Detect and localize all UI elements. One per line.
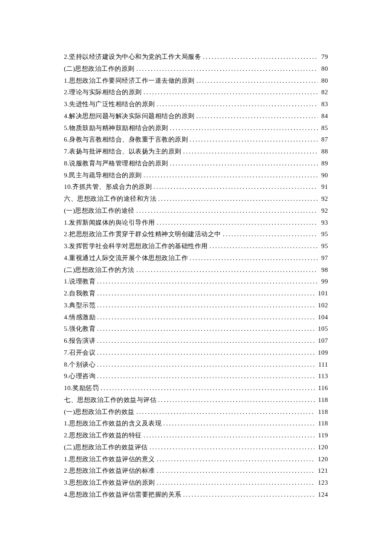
- toc-page: 123: [316, 477, 328, 489]
- toc-entry: 1.思想政治工作要同经济工作一道去做的原则...................…: [64, 75, 328, 87]
- toc-label: (二)思想政治工作的方法: [64, 264, 135, 276]
- toc-entry: 3.先进性与广泛性相结合的原则.........................…: [64, 98, 328, 110]
- toc-label: 8.说服教育与严格管理相结合的原则: [64, 158, 168, 170]
- toc-entry: (一)思想政治工作的效益............................…: [64, 406, 328, 418]
- toc-label: 5.强化教育: [64, 323, 95, 335]
- toc-page: 90: [320, 170, 328, 182]
- toc-entry: 9.民主与疏导相结合的原则...........................…: [64, 170, 328, 182]
- toc-label: 4.解决思想问题与解决实际问题相结合的原则: [64, 110, 195, 122]
- toc-dots: ........................................…: [190, 134, 318, 146]
- toc-label: 6.报告演讲: [64, 335, 95, 347]
- toc-page: 118: [317, 394, 328, 406]
- toc-page: 104: [316, 312, 328, 324]
- toc-entry: 5.强化教育..................................…: [64, 323, 328, 335]
- toc-page: 82: [320, 87, 328, 98]
- toc-dots: ........................................…: [97, 370, 314, 382]
- toc-entry: 8.个别谈心..................................…: [64, 359, 328, 371]
- toc-page: 118: [317, 406, 328, 418]
- toc-page: 92: [320, 193, 328, 205]
- toc-entry: 1.说理教育..................................…: [64, 276, 328, 288]
- toc-dots: ........................................…: [97, 335, 314, 347]
- toc-label: 5.物质鼓励与精神鼓励相结合的原则: [64, 122, 168, 134]
- toc-label: 9.民主与疏导相结合的原则: [64, 170, 142, 182]
- toc-entry: 4.情感激励..................................…: [64, 312, 328, 324]
- toc-label: 10.奖励惩罚: [64, 382, 99, 394]
- toc-page: 101: [316, 288, 328, 300]
- toc-label: 2.自我教育: [64, 288, 95, 300]
- toc-dots: ........................................…: [97, 276, 318, 288]
- toc-page: 87: [320, 134, 328, 146]
- toc-page: 93: [320, 217, 328, 229]
- toc-entry: 2.把思想政治工作贯穿于群众性精神文明创建活动之中...............…: [64, 228, 328, 240]
- toc-page: 99: [320, 276, 328, 288]
- toc-entry: 7.召开会议..................................…: [64, 347, 328, 359]
- toc-dots: ........................................…: [144, 430, 315, 442]
- toc-dots: ........................................…: [136, 264, 318, 276]
- toc-dots: ........................................…: [144, 87, 318, 98]
- toc-label: 3.思想政治工作效益评估的原则: [64, 477, 155, 489]
- toc-page: 109: [316, 347, 328, 359]
- toc-dots: ........................................…: [210, 240, 318, 252]
- toc-page: 105: [316, 323, 328, 335]
- toc-entry: 3.典型示范..................................…: [64, 300, 328, 312]
- toc-page: 88: [320, 146, 328, 158]
- toc-entry: (二)思想政治工作的方法............................…: [64, 264, 328, 276]
- toc-page: 102: [316, 300, 328, 312]
- toc-dots: ........................................…: [97, 323, 314, 335]
- toc-entry: 7.表扬与批评相结合、以表扬为主的原则.....................…: [64, 146, 328, 158]
- toc-label: 10.齐抓共管、形成合力的原则: [64, 181, 152, 193]
- toc-label: 2.理论与实际相结合的原则: [64, 87, 142, 98]
- toc-entry: 2.自我教育..................................…: [64, 288, 328, 300]
- toc-page: 95: [320, 228, 328, 240]
- toc-dots: ........................................…: [183, 146, 318, 158]
- toc-page: 95: [320, 240, 328, 252]
- toc-label: 1.思想政治工作效益的含义及表现: [64, 418, 161, 430]
- toc-page: 80: [320, 63, 328, 75]
- toc-page: 118: [317, 418, 328, 430]
- toc-dots: ........................................…: [97, 288, 314, 300]
- toc-label: 4.重视通过人际交流开展个体思想政治工作: [64, 252, 188, 264]
- toc-dots: ........................................…: [157, 465, 314, 477]
- toc-dots: ........................................…: [196, 110, 318, 122]
- toc-dots: ........................................…: [144, 170, 318, 182]
- toc-label: 3.典型示范: [64, 300, 95, 312]
- toc-dots: ........................................…: [170, 122, 318, 134]
- toc-label: 七、思想政治工作的效益与评估: [64, 394, 156, 406]
- toc-page: 84: [320, 110, 328, 122]
- toc-entry: 3.发挥哲学社会科学对思想政治工作的基础性作用.................…: [64, 240, 328, 252]
- toc-dots: ........................................…: [136, 63, 318, 75]
- toc-page: 113: [317, 370, 328, 382]
- toc-label: (一)思想政治工作的效益: [64, 406, 135, 418]
- toc-dots: ........................................…: [157, 217, 318, 229]
- toc-entry: 六、思想政治工作的途径和方法..........................…: [64, 193, 328, 205]
- toc-label: 1.说理教育: [64, 276, 95, 288]
- toc-entry: 七、思想政治工作的效益与评估..........................…: [64, 394, 328, 406]
- toc-page: 107: [316, 335, 328, 347]
- toc-dots: ........................................…: [157, 454, 314, 465]
- toc-entry: 2.坚持以经济建设为中心和为党的工作大局服务..................…: [64, 51, 328, 63]
- toc-entry: (二)思想政治工作的效益评估..........................…: [64, 442, 328, 454]
- toc-dots: ........................................…: [183, 489, 314, 501]
- toc-page: 79: [320, 51, 328, 63]
- toc-label: 2.思想政治工作效益的特征: [64, 430, 142, 442]
- toc-page: 83: [320, 98, 328, 110]
- toc-page: 89: [320, 158, 328, 170]
- toc-container: 2.坚持以经济建设为中心和为党的工作大局服务..................…: [64, 51, 328, 501]
- toc-entry: 9.心理咨询..................................…: [64, 370, 328, 382]
- toc-label: 1.发挥新闻媒体的舆论引导作用: [64, 217, 155, 229]
- toc-label: 1.思想政治工作效益评估的意义: [64, 454, 155, 465]
- toc-dots: ........................................…: [97, 312, 314, 324]
- toc-label: 4.思想政治工作效益评估需要把握的关系: [64, 489, 182, 501]
- toc-entry: 6.报告演讲..................................…: [64, 335, 328, 347]
- toc-dots: ........................................…: [97, 359, 315, 371]
- toc-entry: 2.思想政治工作效益的特征...........................…: [64, 430, 328, 442]
- toc-dots: ........................................…: [163, 418, 314, 430]
- toc-page: 91: [320, 181, 328, 193]
- toc-entry: (二)思想政治工作的原则............................…: [64, 63, 328, 75]
- toc-page: 92: [320, 205, 328, 217]
- toc-entry: 10.奖励惩罚.................................…: [64, 382, 328, 394]
- toc-dots: ........................................…: [203, 51, 318, 63]
- toc-entry: 2.思想政治工作效益评估的标准.........................…: [64, 465, 328, 477]
- toc-label: 3.发挥哲学社会科学对思想政治工作的基础性作用: [64, 240, 208, 252]
- toc-dots: ........................................…: [157, 98, 318, 110]
